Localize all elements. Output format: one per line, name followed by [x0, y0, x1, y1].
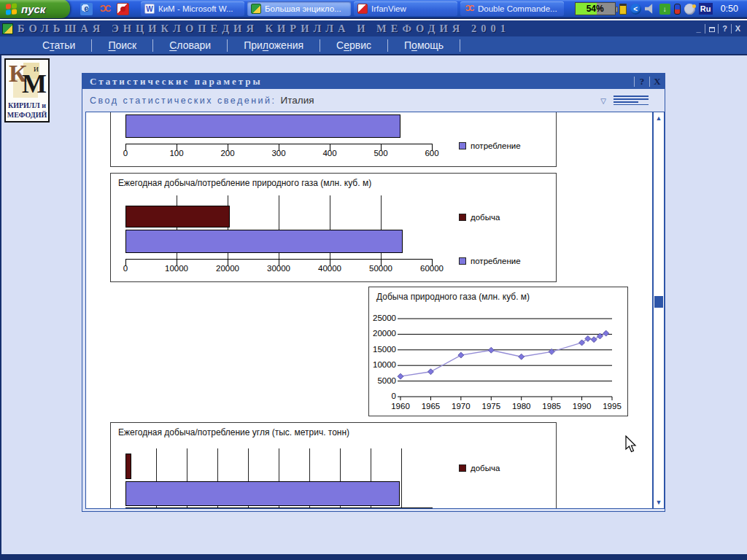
task-button[interactable]: Большая энцикло... [247, 1, 351, 16]
menu-item-статьи[interactable]: Статьи [32, 39, 85, 51]
bar-добыча [125, 454, 131, 479]
axis-tick-label: 600 [411, 149, 452, 158]
dialog-header: Свод статистических сведений: Италия ▽ [82, 89, 665, 112]
antivirus-icon[interactable]: ↓ [659, 4, 670, 15]
dropdown-icon[interactable]: ▽ [600, 98, 606, 105]
line-chart-plot [397, 319, 616, 402]
task-button[interactable]: WКиМ - Microsoft W... [141, 1, 244, 16]
legend-label: добыча [471, 213, 500, 222]
axis-tick-label: 20000 [207, 264, 248, 273]
task-button[interactable]: ƆCDouble Commande... [460, 1, 564, 16]
vertical-scrollbar[interactable]: ▲ ▼ [653, 112, 665, 509]
x-axis-label: 1985 [538, 402, 565, 411]
task-button-label: Большая энцикло... [265, 4, 341, 13]
axis-tick [156, 508, 157, 509]
legend-swatch [459, 257, 466, 265]
menu-item-поиск[interactable]: Поиск [98, 39, 147, 51]
y-axis-label: 15000 [367, 345, 396, 354]
irfanview-icon [357, 4, 368, 14]
legend-item-добыча: добыча [459, 213, 500, 222]
list-menu-icon[interactable] [614, 96, 649, 105]
menu-bar: СтатьиПоискСловариПриложенияСервисПомощь [0, 36, 747, 55]
data-point-1965 [427, 369, 433, 375]
menu-separator [460, 39, 460, 52]
minimize-button[interactable]: _ [692, 21, 705, 36]
modem-icon[interactable] [684, 4, 695, 15]
legend-swatch [459, 464, 466, 472]
data-point-1970 [458, 352, 464, 358]
kim-logo: К и М КИРИЛЛ и МЕФОДИЙ [4, 58, 50, 122]
legend-swatch [459, 214, 466, 221]
language-indicator[interactable]: Ru [699, 3, 713, 15]
legend-swatch [459, 142, 466, 149]
battery-small-icon[interactable] [619, 4, 627, 15]
help-button[interactable]: ? [719, 21, 731, 36]
irfanview-icon[interactable] [117, 3, 129, 15]
restore-button[interactable] [705, 21, 718, 36]
quick-launch: eƆC [80, 3, 129, 15]
menu-separator [152, 39, 153, 52]
legend-item-потребление: потребление [459, 257, 521, 265]
volume-icon[interactable] [645, 4, 656, 15]
double-commander-icon: ƆC [464, 4, 474, 14]
axis-tick-label: 40000 [309, 264, 350, 273]
task-button-label: КиМ - Microsoft W... [158, 4, 233, 13]
menu-item-приложения[interactable]: Приложения [233, 39, 314, 51]
axis-tick [125, 508, 126, 509]
y-axis-label: 0 [367, 392, 396, 400]
messenger-icon[interactable]: < [630, 4, 641, 15]
double-commander-icon[interactable]: ƆC [98, 3, 111, 15]
start-button[interactable]: пуск [0, 0, 70, 18]
menu-separator [387, 39, 388, 52]
charger-icon[interactable] [674, 4, 681, 15]
scrollbar-thumb[interactable] [654, 296, 663, 308]
app-window-controls: _ ? X [692, 20, 747, 36]
chart-gridline [401, 448, 402, 508]
desktop: К и М КИРИЛЛ и МЕФОДИЙ Статистические па… [0, 55, 747, 554]
legend-item-добыча: добыча [459, 464, 500, 472]
logo-letter-m: М [22, 69, 47, 99]
scroll-up-arrow[interactable]: ▲ [654, 113, 663, 123]
x-axis-label: 1960 [387, 402, 414, 411]
close-button[interactable]: X [732, 21, 744, 36]
y-axis-label: 5000 [367, 376, 396, 385]
legend-label: потребление [471, 141, 521, 150]
task-button-label: IrfanView [371, 4, 406, 13]
dialog-help-button[interactable]: ? [635, 76, 649, 88]
chart-title: Ежегодная добыча/потребление природного … [118, 178, 371, 188]
menu-item-помощь[interactable]: Помощь [394, 39, 454, 51]
dialog-controls: ? X [634, 74, 665, 89]
axis-tick-label: 500 [360, 149, 401, 158]
summary-label: Свод статистических сведений: [82, 96, 276, 106]
charts-scroll-area: 0100200300400500600потреблениеЕжегодная … [85, 112, 653, 509]
x-axis-label: 1980 [508, 402, 535, 411]
axis-tick-label: 300 [258, 149, 299, 158]
bar-потребление [125, 114, 400, 138]
windows-flag-icon [6, 3, 17, 15]
menu-item-словари[interactable]: Словари [159, 39, 221, 51]
chart-title: Ежегодная добыча/потребление угля (тыс. … [118, 427, 349, 438]
x-axis-label: 1995 [598, 402, 626, 411]
statistics-dialog: Статистические параметры ? X Свод статис… [82, 73, 665, 512]
chart-title: Добыча природного газа (млн. куб. м) [376, 292, 530, 302]
axis-tick [187, 508, 187, 509]
dialog-titlebar[interactable]: Статистические параметры ? X [82, 74, 665, 89]
country-name: Италия [281, 95, 314, 106]
scroll-down-arrow[interactable]: ▼ [654, 497, 663, 508]
app-window-icon [2, 23, 13, 34]
menu-item-сервис[interactable]: Сервис [326, 39, 382, 51]
task-buttons: WКиМ - Microsoft W...Большая энцикло...I… [141, 1, 564, 16]
bar-потребление [125, 481, 400, 506]
axis-tick [371, 508, 371, 509]
axis-tick [309, 508, 310, 509]
x-axis-label: 1970 [447, 402, 475, 411]
legend-item-потребление: потребление [459, 141, 521, 150]
axis-tick-label: 50000 [360, 264, 401, 273]
ie-icon[interactable]: e [80, 3, 93, 15]
axis-tick [401, 508, 402, 509]
restore-icon [709, 27, 715, 32]
task-button[interactable]: IrfanView [354, 1, 457, 16]
battery-gauge: 54% [575, 2, 616, 15]
chart-bar: 0100200300400500600потребление [110, 112, 557, 167]
dialog-close-button[interactable]: X [650, 76, 665, 88]
